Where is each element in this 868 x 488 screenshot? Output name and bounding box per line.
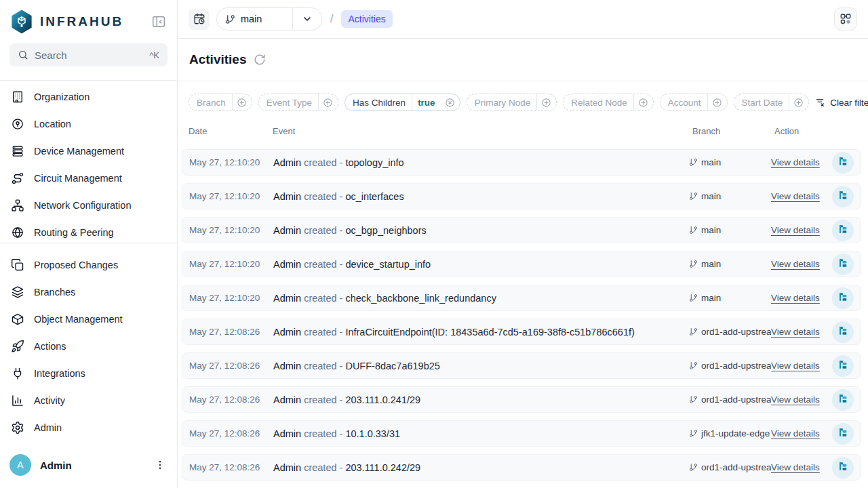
sidebar-item-branches[interactable]: Branches <box>0 279 177 306</box>
task-tree-button[interactable] <box>832 457 854 479</box>
search-input[interactable] <box>35 49 143 61</box>
avatar[interactable]: A <box>9 454 31 476</box>
event-link[interactable]: oc_bgp_neighbors <box>345 225 426 236</box>
plus-circle-icon[interactable] <box>233 98 252 108</box>
sidebar-item-routing-peering[interactable]: Routing & Peering <box>0 219 177 243</box>
task-tree-button[interactable] <box>832 186 854 207</box>
sidebar-item-location[interactable]: Location <box>0 110 177 138</box>
task-tree-button[interactable] <box>832 287 854 309</box>
task-tree-button[interactable] <box>832 389 854 411</box>
clear-filters-button[interactable]: Clear filters <box>815 97 868 108</box>
event-link[interactable]: oc_interfaces <box>345 191 403 202</box>
branch-label: ord1-add-upstrea <box>701 394 771 405</box>
row-date: May 27, 12:08:26 <box>189 394 273 405</box>
row-date: May 27, 12:10:20 <box>189 293 273 303</box>
plus-circle-icon[interactable] <box>708 98 727 108</box>
sidebar-item-object-management[interactable]: Object Management <box>0 306 177 333</box>
task-tree-button[interactable] <box>832 423 854 445</box>
view-details-link[interactable]: View details <box>771 191 820 201</box>
branch-selector[interactable]: main <box>216 7 322 30</box>
filter-label: Account <box>660 98 707 108</box>
event-actor: Admin <box>273 259 301 270</box>
view-details-link[interactable]: View details <box>771 225 820 235</box>
row-date: May 27, 12:08:26 <box>189 361 273 371</box>
row-action: View details <box>771 186 854 207</box>
calendar-clock-button[interactable] <box>189 9 210 30</box>
diff-icon <box>11 258 24 272</box>
plus-circle-icon[interactable] <box>319 98 338 108</box>
view-details-link[interactable]: View details <box>771 293 820 303</box>
row-action: View details <box>771 389 854 411</box>
event-link[interactable]: 10.1.0.33/31 <box>345 428 400 439</box>
sidebar-item-label: Circuit Management <box>34 173 122 184</box>
task-tree-button[interactable] <box>832 321 854 343</box>
event-link[interactable]: 203.111.0.242/29 <box>345 462 420 473</box>
event-link[interactable]: check_backbone_link_redundancy <box>345 293 496 304</box>
view-details-link[interactable]: View details <box>771 327 820 337</box>
task-tree-button[interactable] <box>832 220 854 241</box>
row-action: View details <box>771 253 854 275</box>
sidebar-item-organization[interactable]: Organization <box>0 83 177 110</box>
task-tree-button[interactable] <box>832 355 854 377</box>
filter-pill-has-children[interactable]: Has Childrentrue <box>344 94 460 111</box>
task-tree-button[interactable] <box>832 152 854 174</box>
tasks-button[interactable] <box>834 7 857 30</box>
plus-circle-icon[interactable] <box>634 98 653 108</box>
sidebar-item-proposed-changes[interactable]: Proposed Changes <box>0 251 177 279</box>
tree-badge-icon <box>837 258 848 270</box>
event-link[interactable]: InfraCircuitEndpoint(ID: 18435a6d-7cd5-a… <box>345 327 634 338</box>
filter-pill-account[interactable]: Account <box>660 94 728 111</box>
sidebar-item-integrations[interactable]: Integrations <box>0 360 177 387</box>
plus-circle-icon[interactable] <box>789 98 808 108</box>
chevron-down-icon[interactable] <box>293 8 321 30</box>
network-icon <box>11 199 24 212</box>
sidebar-collapse-icon[interactable] <box>151 14 166 29</box>
view-details-link[interactable]: View details <box>771 259 820 269</box>
event-link[interactable]: 203.111.0.241/29 <box>345 394 420 405</box>
row-action: View details <box>771 457 854 479</box>
table-row: May 27, 12:08:26Admin created - 203.111.… <box>182 454 861 481</box>
sidebar-item-circuit-management[interactable]: Circuit Management <box>0 165 177 192</box>
event-link[interactable]: device_startup_info <box>345 259 431 270</box>
column-header-date: Date <box>189 126 273 136</box>
sidebar-item-admin[interactable]: Admin <box>0 414 177 441</box>
view-details-link[interactable]: View details <box>771 462 820 472</box>
view-details-link[interactable]: View details <box>771 394 820 405</box>
filter-pill-branch[interactable]: Branch <box>189 94 252 111</box>
event-link[interactable]: topology_info <box>345 157 403 168</box>
row-action: View details <box>771 321 854 343</box>
event-link[interactable]: DUFF-8dac7a619b25 <box>345 361 439 371</box>
bar-chart-icon <box>11 394 24 407</box>
filter-pill-related-node[interactable]: Related Node <box>563 94 654 111</box>
search-box[interactable]: ^K <box>9 43 167 66</box>
task-tree-button[interactable] <box>832 253 854 275</box>
tree-badge-icon <box>837 427 848 440</box>
sidebar-item-actions[interactable]: Actions <box>0 333 177 360</box>
filter-row: BranchEvent TypeHas ChildrentruePrimary … <box>178 81 868 122</box>
view-details-link[interactable]: View details <box>771 361 820 371</box>
plus-circle-icon[interactable] <box>537 98 556 108</box>
filter-pill-event-type[interactable]: Event Type <box>258 94 338 111</box>
kebab-menu-icon[interactable] <box>154 459 166 471</box>
breadcrumb-activities[interactable]: Activities <box>341 10 392 28</box>
row-action: View details <box>771 423 854 445</box>
filter-pill-start-date[interactable]: Start Date <box>734 94 810 111</box>
sidebar-item-device-management[interactable]: Device Management <box>0 138 177 165</box>
row-branch: ord1-add-upstrea <box>689 462 771 472</box>
sidebar-item-activity[interactable]: Activity <box>0 387 177 414</box>
sidebar-item-network-configuration[interactable]: Network Configuration <box>0 192 177 219</box>
x-circle-icon[interactable] <box>441 98 460 108</box>
refresh-icon[interactable] <box>254 54 266 66</box>
row-date: May 27, 12:08:26 <box>189 327 273 337</box>
view-details-link[interactable]: View details <box>771 157 820 167</box>
location-icon <box>11 117 24 131</box>
plug-icon <box>11 367 24 380</box>
workflow-icon <box>839 12 852 26</box>
column-header-branch: Branch <box>692 126 774 136</box>
row-event: Admin created - 10.1.0.33/31 <box>273 428 689 439</box>
filter-pill-primary-node[interactable]: Primary Node <box>467 94 557 111</box>
tree-badge-icon <box>837 291 848 304</box>
title-row: Activities <box>178 39 868 81</box>
filter-label: Has Children <box>345 98 412 108</box>
view-details-link[interactable]: View details <box>771 428 820 439</box>
